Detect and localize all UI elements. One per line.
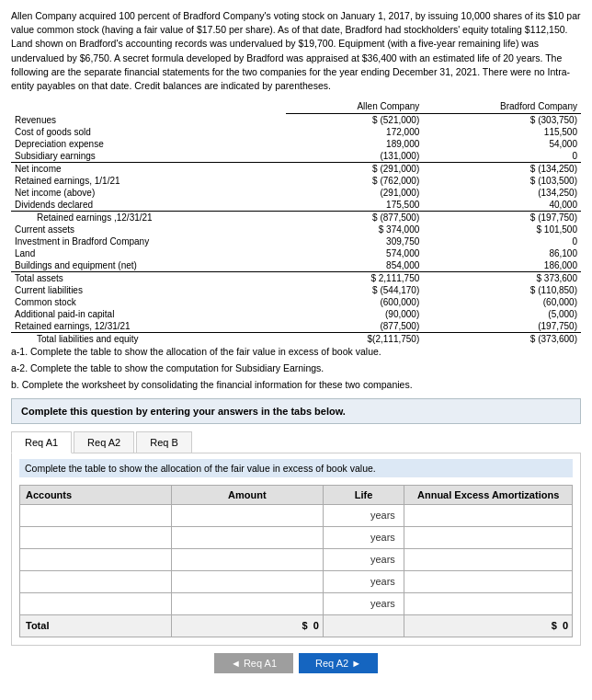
alloc-account-cell[interactable] xyxy=(20,570,172,592)
alloc-account-input[interactable] xyxy=(26,510,165,521)
alloc-life-cell[interactable]: years xyxy=(323,526,404,548)
allen-value: 172,000 xyxy=(286,126,423,138)
fin-label: Dividends declared xyxy=(11,199,286,212)
allen-value: $ (521,000) xyxy=(286,114,423,127)
bradford-header: Bradford Company xyxy=(423,100,581,114)
nav-buttons: ◄ Req A1 Req A2 ► xyxy=(11,653,581,673)
fin-label: Retained earnings, 12/31/21 xyxy=(11,320,286,333)
alloc-amort-input[interactable] xyxy=(410,554,566,565)
bradford-value: 115,500 xyxy=(423,126,581,138)
alloc-amort-cell[interactable] xyxy=(404,548,573,570)
alloc-amount-input[interactable] xyxy=(177,510,317,521)
col-header-amort: Annual Excess Amortizations xyxy=(404,485,573,504)
alloc-life-cell[interactable]: years xyxy=(323,592,404,614)
alloc-row: years xyxy=(20,570,573,592)
alloc-account-cell[interactable] xyxy=(20,548,172,570)
alloc-row: years xyxy=(20,504,573,526)
alloc-amort-input[interactable] xyxy=(410,598,566,609)
allen-value: 574,000 xyxy=(286,247,423,259)
alloc-account-cell[interactable] xyxy=(20,526,172,548)
alloc-amort-input[interactable] xyxy=(410,532,566,543)
total-amount-value: 0 xyxy=(313,620,319,631)
alloc-amount-cell[interactable] xyxy=(171,504,323,526)
prev-button[interactable]: ◄ Req A1 xyxy=(214,653,293,673)
years-label: years xyxy=(369,598,395,609)
alloc-amount-input[interactable] xyxy=(177,576,317,587)
alloc-account-input[interactable] xyxy=(26,576,165,587)
alloc-amount-input[interactable] xyxy=(177,532,317,543)
fin-label: Subsidiary earnings xyxy=(11,150,286,163)
financial-table: Allen Company Bradford Company Revenues … xyxy=(11,100,581,345)
fin-label: Current liabilities xyxy=(11,284,286,296)
alloc-life-cell[interactable]: years xyxy=(323,548,404,570)
fin-label: Buildings and equipment (net) xyxy=(11,259,286,272)
fin-label: Common stock xyxy=(11,296,286,308)
next-button[interactable]: Req A2 ► xyxy=(299,653,378,673)
tab-description-text: Complete the table to show the allocatio… xyxy=(25,463,376,474)
tab-description: Complete the table to show the allocatio… xyxy=(19,459,573,477)
col-header-amount: Amount xyxy=(171,485,323,504)
total-label: Total xyxy=(20,614,172,637)
years-label: years xyxy=(369,510,395,521)
years-label: years xyxy=(369,554,395,565)
bradford-value: 40,000 xyxy=(423,199,581,212)
bradford-value: (197,750) xyxy=(423,320,581,333)
allen-value: (600,000) xyxy=(286,296,423,308)
fin-label: Cost of goods sold xyxy=(11,126,286,138)
allen-value: $ (544,170) xyxy=(286,284,423,296)
years-label: years xyxy=(369,576,395,587)
fin-label: Net income (above) xyxy=(11,187,286,199)
alloc-amount-cell[interactable] xyxy=(171,592,323,614)
years-label: years xyxy=(369,532,395,543)
fin-label: Retained earnings, 1/1/21 xyxy=(11,175,286,187)
alloc-life-input[interactable] xyxy=(329,554,366,565)
alloc-amount-input[interactable] xyxy=(177,598,317,609)
allen-value: $ 2,111,750 xyxy=(286,272,423,285)
total-dollar-sign: $ xyxy=(302,620,307,631)
alloc-amort-cell[interactable] xyxy=(404,570,573,592)
alloc-account-input[interactable] xyxy=(26,598,165,609)
bradford-value: 86,100 xyxy=(423,247,581,259)
alloc-amount-cell[interactable] xyxy=(171,548,323,570)
bradford-value: $ (197,750) xyxy=(423,212,581,224)
instruction-a1: a-1. Complete the table to show the allo… xyxy=(11,345,581,360)
allen-value: (877,500) xyxy=(286,320,423,333)
bradford-value: 0 xyxy=(423,150,581,163)
total-life-cell xyxy=(323,614,404,637)
alloc-amort-cell[interactable] xyxy=(404,526,573,548)
bradford-value: (134,250) xyxy=(423,187,581,199)
allen-value: (131,000) xyxy=(286,150,423,163)
alloc-account-cell[interactable] xyxy=(20,592,172,614)
instruction-a2: a-2. Complete the table to show the comp… xyxy=(11,361,581,376)
alloc-life-cell[interactable]: years xyxy=(323,570,404,592)
alloc-life-input[interactable] xyxy=(329,598,366,609)
alloc-life-input[interactable] xyxy=(329,532,366,543)
col-header-life: Life xyxy=(323,485,404,504)
total-amort-cell: $ 0 xyxy=(404,614,573,637)
bradford-value: $ 101,500 xyxy=(423,224,581,235)
fin-label: Investment in Bradford Company xyxy=(11,235,286,247)
alloc-amount-cell[interactable] xyxy=(171,526,323,548)
tab-req-a2[interactable]: Req A2 xyxy=(74,431,134,453)
alloc-account-input[interactable] xyxy=(26,554,165,565)
bradford-value: $ (373,600) xyxy=(423,333,581,346)
alloc-life-cell[interactable]: years xyxy=(323,504,404,526)
allen-value: $ 374,000 xyxy=(286,224,423,235)
alloc-account-cell[interactable] xyxy=(20,504,172,526)
allen-value: 309,750 xyxy=(286,235,423,247)
tab-req-b[interactable]: Req B xyxy=(136,431,192,453)
question-box-text: Complete this question by entering your … xyxy=(21,406,346,417)
tab-req-a1[interactable]: Req A1 xyxy=(11,431,72,453)
alloc-amort-input[interactable] xyxy=(410,576,566,587)
alloc-life-input[interactable] xyxy=(329,510,366,521)
alloc-amort-input[interactable] xyxy=(410,510,566,521)
intro-paragraph: Allen Company acquired 100 percent of Br… xyxy=(11,9,581,93)
alloc-amort-cell[interactable] xyxy=(404,504,573,526)
alloc-life-input[interactable] xyxy=(329,576,366,587)
alloc-amount-input[interactable] xyxy=(177,554,317,565)
alloc-row: years xyxy=(20,548,573,570)
alloc-amort-cell[interactable] xyxy=(404,592,573,614)
alloc-account-input[interactable] xyxy=(26,532,165,543)
alloc-amount-cell[interactable] xyxy=(171,570,323,592)
total-amort-value: 0 xyxy=(563,620,568,631)
